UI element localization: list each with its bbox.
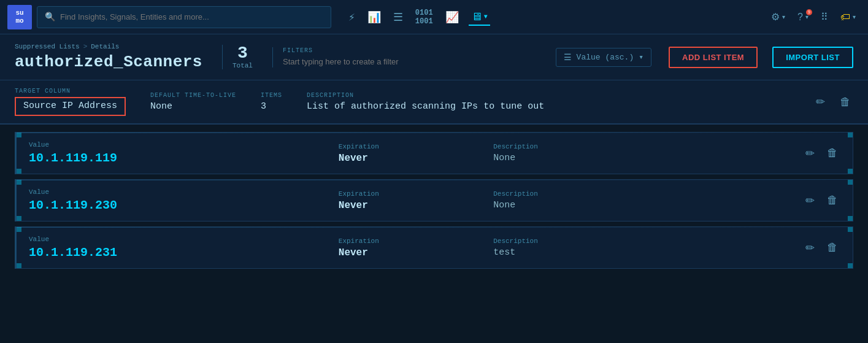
help-button[interactable]: ? 9 ▾ [793,8,813,26]
breadcrumb-separator: > [83,43,88,50]
delete-item-button-2[interactable]: 🗑 [824,239,840,256]
nav-binary-icon[interactable]: 01011001 [413,6,436,28]
help-icon: ? [797,12,803,23]
search-input[interactable] [60,12,323,21]
list-item-desc-col: Description test [493,237,803,258]
sort-icon: ☰ [564,52,572,63]
expiration-label: Expiration [339,143,493,150]
breadcrumb-area: Suppressed Lists > Details authorized_Sc… [15,43,202,71]
list-item-expiration-col: Expiration Never [339,237,493,258]
flag-button[interactable]: 🏷 ▾ [835,8,861,26]
delete-item-button-1[interactable]: 🗑 [824,191,840,209]
breadcrumb-current: Details [91,43,119,50]
trash-icon: 🗑 [840,96,851,108]
breadcrumb: Suppressed Lists > Details [15,43,202,50]
list-item-actions: ✏ 🗑 [803,239,840,257]
flag-icon: 🏷 [840,12,850,23]
meta-actions: ✏ 🗑 [813,93,853,111]
add-list-item-button[interactable]: ADD LIST ITEM [669,47,758,68]
items-label: ITEMS [261,92,282,99]
page-title: authorized_Scanners [15,53,202,71]
description-field: None [493,200,803,210]
trash-icon: 🗑 [827,241,838,253]
description-label: Description [493,190,803,198]
default-ttl-meta: DEFAULT TIME-TO-LIVE None [150,92,236,112]
search-bar[interactable]: 🔍 [37,6,331,28]
nav-dashboard-icon[interactable]: 📊 [365,8,383,26]
pencil-icon: ✏ [805,195,815,207]
description-label: DESCRIPTION [307,92,544,99]
description-value: List of authorized scanning IPs to tune … [307,101,544,112]
value-label: Value [29,236,339,243]
filters-label: FILTERS [283,47,546,54]
default-ttl-value: None [150,101,236,112]
nav-chart-icon[interactable]: 📈 [443,8,461,26]
list-item-actions: ✏ 🗑 [803,144,840,163]
edit-meta-button[interactable]: ✏ [813,93,828,111]
chevron-down-icon: ▾ [639,52,643,62]
list-item-desc-col: Description None [493,190,803,210]
page-header: Suppressed Lists > Details authorized_Sc… [0,34,868,80]
delete-item-button-0[interactable]: 🗑 [824,144,840,162]
description-label: Description [493,143,803,150]
target-column-label: TARGET COLUMN [15,88,126,94]
list-item-expiration-col: Expiration Never [339,143,493,164]
expiration-label: Expiration [339,237,493,245]
target-column-value: Source IP Address [23,101,117,111]
sort-control[interactable]: ☰ Value (asc.) ▾ [556,48,651,67]
nav-list-icon[interactable]: ☰ [391,8,405,26]
apps-button[interactable]: ⠿ [816,7,833,26]
total-box: 3 Total [222,45,253,69]
nav-icons-right: ⚙ ▾ ? 9 ▾ ⠿ 🏷 ▾ [766,7,861,26]
list-item: Value 10.1.119.231 Expiration Never Desc… [15,226,853,269]
total-label: Total [232,62,253,69]
items-meta: ITEMS 3 [261,92,282,112]
pencil-icon: ✏ [816,96,825,108]
total-count: 3 [237,45,248,62]
import-list-button[interactable]: IMPORT LIST [772,47,853,68]
top-nav: su mo 🔍 ⚡ 📊 ☰ 01011001 📈 🖥 ▼ ⚙ ▾ ? 9 ▾ [0,0,868,34]
filter-input[interactable] [283,57,546,66]
logo: su mo [7,5,32,29]
edit-item-button-1[interactable]: ✏ [803,191,817,210]
list-item-actions: ✏ 🗑 [803,191,840,210]
edit-item-button-0[interactable]: ✏ [803,144,817,163]
expiration-field: Never [339,200,493,211]
description-meta: DESCRIPTION List of authorized scanning … [307,92,544,112]
description-field: test [493,247,803,258]
target-column-meta: TARGET COLUMN Source IP Address [15,88,126,116]
settings-icon: ⚙ [771,11,780,23]
nav-alert-icon[interactable]: ⚡ [346,8,358,26]
grid-icon: ⠿ [821,11,828,23]
list-container: Value 10.1.119.119 Expiration Never Desc… [0,125,868,276]
delete-meta-button[interactable]: 🗑 [837,93,853,111]
expiration-field: Never [339,153,493,164]
settings-button[interactable]: ⚙ ▾ [766,7,790,26]
list-item-value-col: Value 10.1.119.230 [29,188,339,212]
list-item: Value 10.1.119.119 Expiration Never Desc… [15,132,853,174]
default-ttl-label: DEFAULT TIME-TO-LIVE [150,92,236,99]
list-item-value-col: Value 10.1.119.119 [29,141,339,165]
target-column-box: Source IP Address [15,97,126,116]
value-field: 10.1.119.230 [29,198,339,212]
sort-label: Value (asc.) [577,53,634,62]
breadcrumb-parent[interactable]: Suppressed Lists [15,43,80,50]
notification-badge: 9 [806,9,812,15]
list-item-expiration-col: Expiration Never [339,190,493,211]
description-field: None [493,153,803,163]
page-wrapper: su mo 🔍 ⚡ 📊 ☰ 01011001 📈 🖥 ▼ ⚙ ▾ ? 9 ▾ [0,0,868,343]
value-field: 10.1.119.231 [29,245,339,260]
search-icon: 🔍 [45,12,55,22]
nav-center-icons: ⚡ 📊 ☰ 01011001 📈 🖥 ▼ [346,6,490,28]
value-label: Value [29,141,339,148]
expiration-label: Expiration [339,190,493,198]
value-field: 10.1.119.119 [29,151,339,165]
meta-row: TARGET COLUMN Source IP Address DEFAULT … [0,80,868,125]
nav-screen-icon[interactable]: 🖥 ▼ [469,8,490,26]
expiration-field: Never [339,247,493,258]
items-value: 3 [261,101,282,112]
list-item: Value 10.1.119.230 Expiration Never Desc… [15,179,853,222]
trash-icon: 🗑 [827,194,838,206]
description-label: Description [493,237,803,245]
edit-item-button-2[interactable]: ✏ [803,239,817,257]
